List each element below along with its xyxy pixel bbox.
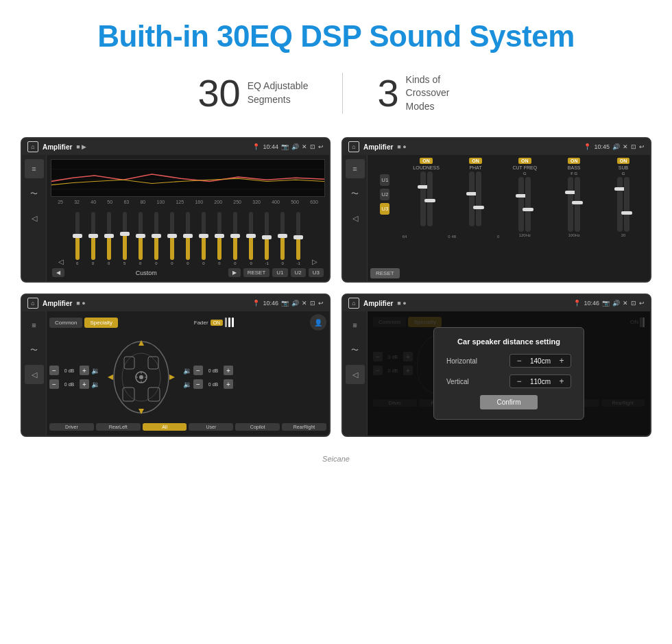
svg-marker-19 [169,374,175,380]
scroll-right[interactable]: ▷ [312,258,317,265]
dialog-overlay: Car speaker distance setting Horizontal … [368,311,650,436]
screen4-main: Common Specialty ON [368,311,650,436]
topbar4-left: ⌂ Amplifier ■ ● [348,298,407,309]
prev-btn[interactable]: ◀ [52,268,64,277]
all-btn[interactable]: All [143,423,187,431]
speaker-icon3[interactable]: ◁ [25,365,44,384]
window-icon4: ⊡ [631,300,636,307]
rl-plus[interactable]: + [80,379,89,389]
close-icon3: ✕ [302,300,307,307]
user-btn[interactable]: User [189,423,233,431]
crossover-label: Kinds ofCrossover Modes [406,73,475,114]
eq-icon[interactable]: ≡ [25,159,44,178]
fr-val: 0 dB [205,368,221,373]
fl-minus[interactable]: − [49,366,59,375]
rear-right-btn[interactable]: RearRight [282,423,326,431]
wave-icon3[interactable]: 〜 [25,340,44,359]
specialty-mode-btn[interactable]: Specialty [84,318,117,328]
sub-label: SUB [619,165,628,170]
rear-left-btn[interactable]: RearLeft [96,423,141,431]
home-icon-2[interactable]: ⌂ [348,141,359,152]
screen3-topbar-right: 📍 10:46 📷 🔊 ✕ ⊡ ↩ [252,300,324,307]
speaker-icon4[interactable]: ◁ [346,365,365,384]
loudness-slider [403,171,451,233]
vertical-plus[interactable]: + [557,377,566,386]
crossover-number: 3 [377,74,398,112]
icons4: ■ ● [397,300,406,307]
screen4-time: 10:46 [584,300,599,307]
screen4-sidebar: ≡ 〜 ◁ [343,311,368,436]
preset-u1[interactable]: U1 [380,174,389,186]
bass-val: 100Hz [568,233,580,237]
left-controls: − 0 dB + 🔉 − 0 dB + 🔉 [49,366,99,389]
loudness-vals: 640 [403,235,451,239]
cutfreq-slider [501,177,549,232]
reset-btn[interactable]: RESET [243,268,270,277]
u1-btn[interactable]: U1 [272,268,287,277]
u3-btn[interactable]: U3 [309,268,324,277]
close-icon2: ✕ [623,143,628,150]
close-icon: ✕ [302,143,307,150]
next-btn[interactable]: ▶ [228,268,241,277]
home-icon[interactable]: ⌂ [27,141,38,152]
preset-u3[interactable]: U3 [380,203,389,215]
eq-bottom-bar: ◀ Custom ▶ RESET U1 U2 U3 [51,265,325,277]
wave-icon[interactable]: 〜 [25,184,44,203]
screen-crossover: ⌂ Amplifier ■ ● 📍 10:45 🔊 ✕ ⊡ ↩ ≡ 〜 ◁ [341,137,651,283]
horizontal-value: 140cm [527,357,554,365]
eq-icon3[interactable]: ≡ [25,315,44,335]
crossover-layout: U1 U2 U3 RESET ON LOUDNESS [370,158,647,278]
cutfreq-label: CUT FREQ [513,165,538,170]
loudness-sliders [420,171,433,233]
topbar2-left: ⌂ Amplifier ■ ● [348,141,407,152]
confirm-button[interactable]: Confirm [480,395,537,409]
cutfreq-on: ON [518,158,531,164]
phat-on: ON [469,158,482,164]
fader-label: Fader [194,320,208,326]
wave-icon2[interactable]: 〜 [346,184,365,203]
vertical-minus[interactable]: − [514,377,524,386]
scroll-left[interactable]: ◁ [58,258,64,265]
eq-icon2[interactable]: ≡ [346,159,365,178]
screen3-time: 10:46 [263,300,278,307]
screen3-sidebar: ≡ 〜 ◁ [22,311,47,436]
u2-btn[interactable]: U2 [291,268,306,277]
back-icon4: ↩ [639,300,645,307]
window-icon2: ⊡ [631,143,636,150]
eq-graph [51,159,325,197]
screen2-sidebar: ≡ 〜 ◁ [343,155,368,281]
rr-plus[interactable]: + [224,379,233,389]
vertical-input: − 110cm + [509,374,571,388]
preset-u2[interactable]: U2 [380,189,389,200]
fr-minus[interactable]: − [193,366,203,375]
dialog-title: Car speaker distance setting [446,337,571,346]
home-icon-4[interactable]: ⌂ [348,298,359,309]
cutfreq-g: G [523,171,527,176]
horizontal-plus[interactable]: + [557,356,566,366]
fl-plus[interactable]: + [80,366,89,375]
rr-minus[interactable]: − [193,379,203,389]
ch-loudness: ON LOUDNESS 640 [403,158,451,239]
speaker-icon[interactable]: ◁ [25,208,44,228]
eq-icon4[interactable]: ≡ [346,315,365,335]
window-icon3: ⊡ [310,300,315,307]
eq-number: 30 [197,74,240,112]
wave-icon4[interactable]: 〜 [346,340,365,359]
horizontal-row: Horizontal − 140cm + [446,354,571,368]
window-icon: ⊡ [310,143,315,150]
car-svg [104,336,179,418]
fr-plus[interactable]: + [224,366,233,375]
watermark: Seicane [0,451,672,470]
eq-label: EQ AdjustableSegments [248,80,309,106]
speaker-icon2[interactable]: ◁ [346,208,365,228]
screen1-time: 10:44 [263,143,278,150]
driver-btn[interactable]: Driver [49,423,94,431]
home-icon-3[interactable]: ⌂ [27,298,38,309]
speaker-bottom-btns: Driver RearLeft All User Copilot RearRig… [49,421,326,433]
horizontal-minus[interactable]: − [514,356,524,366]
screen4-content: ≡ 〜 ◁ Common Specialty ON [343,311,650,436]
common-mode-btn[interactable]: Common [49,318,82,328]
reset-crossover[interactable]: RESET [370,268,400,278]
rl-minus[interactable]: − [49,379,59,389]
copilot-btn[interactable]: Copilot [235,423,280,431]
